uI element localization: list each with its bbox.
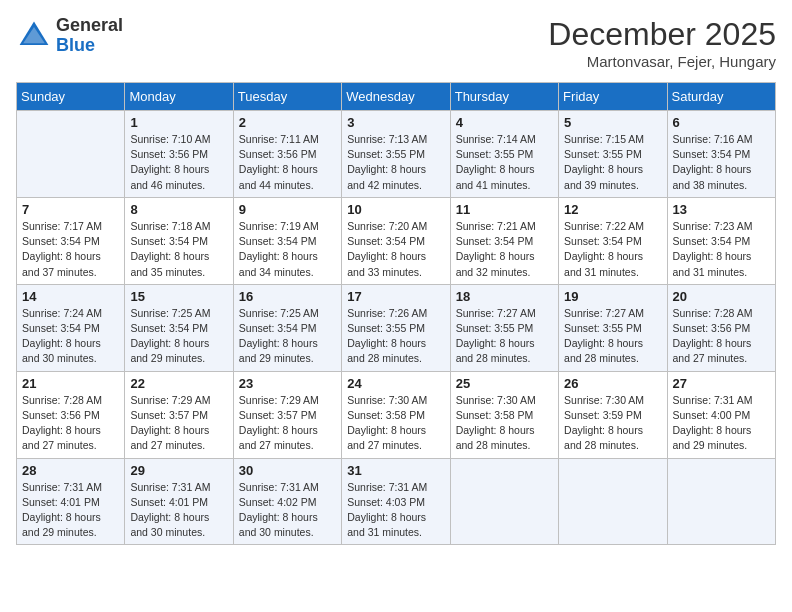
day-number: 27 <box>673 376 770 391</box>
day-detail: Sunrise: 7:31 AMSunset: 4:01 PMDaylight:… <box>22 480 119 541</box>
day-number: 18 <box>456 289 553 304</box>
calendar-cell: 15Sunrise: 7:25 AMSunset: 3:54 PMDayligh… <box>125 284 233 371</box>
day-detail: Sunrise: 7:30 AMSunset: 3:58 PMDaylight:… <box>456 393 553 454</box>
day-detail: Sunrise: 7:28 AMSunset: 3:56 PMDaylight:… <box>22 393 119 454</box>
week-row-1: 1Sunrise: 7:10 AMSunset: 3:56 PMDaylight… <box>17 111 776 198</box>
day-detail: Sunrise: 7:15 AMSunset: 3:55 PMDaylight:… <box>564 132 661 193</box>
day-detail: Sunrise: 7:27 AMSunset: 3:55 PMDaylight:… <box>456 306 553 367</box>
calendar-cell: 2Sunrise: 7:11 AMSunset: 3:56 PMDaylight… <box>233 111 341 198</box>
day-number: 8 <box>130 202 227 217</box>
calendar-cell: 30Sunrise: 7:31 AMSunset: 4:02 PMDayligh… <box>233 458 341 545</box>
day-number: 28 <box>22 463 119 478</box>
day-number: 17 <box>347 289 444 304</box>
calendar-cell: 20Sunrise: 7:28 AMSunset: 3:56 PMDayligh… <box>667 284 775 371</box>
day-number: 21 <box>22 376 119 391</box>
logo-text: General Blue <box>56 16 123 56</box>
calendar-cell: 10Sunrise: 7:20 AMSunset: 3:54 PMDayligh… <box>342 197 450 284</box>
calendar-cell: 8Sunrise: 7:18 AMSunset: 3:54 PMDaylight… <box>125 197 233 284</box>
day-detail: Sunrise: 7:28 AMSunset: 3:56 PMDaylight:… <box>673 306 770 367</box>
day-number: 5 <box>564 115 661 130</box>
month-title: December 2025 <box>548 16 776 53</box>
calendar-cell: 23Sunrise: 7:29 AMSunset: 3:57 PMDayligh… <box>233 371 341 458</box>
calendar-cell <box>559 458 667 545</box>
weekday-header-monday: Monday <box>125 83 233 111</box>
day-number: 7 <box>22 202 119 217</box>
day-detail: Sunrise: 7:31 AMSunset: 4:01 PMDaylight:… <box>130 480 227 541</box>
calendar-cell: 13Sunrise: 7:23 AMSunset: 3:54 PMDayligh… <box>667 197 775 284</box>
weekday-header-tuesday: Tuesday <box>233 83 341 111</box>
calendar-cell: 4Sunrise: 7:14 AMSunset: 3:55 PMDaylight… <box>450 111 558 198</box>
weekday-header-thursday: Thursday <box>450 83 558 111</box>
calendar-cell: 7Sunrise: 7:17 AMSunset: 3:54 PMDaylight… <box>17 197 125 284</box>
calendar-cell: 3Sunrise: 7:13 AMSunset: 3:55 PMDaylight… <box>342 111 450 198</box>
day-number: 16 <box>239 289 336 304</box>
calendar-cell: 6Sunrise: 7:16 AMSunset: 3:54 PMDaylight… <box>667 111 775 198</box>
calendar-cell <box>667 458 775 545</box>
week-row-5: 28Sunrise: 7:31 AMSunset: 4:01 PMDayligh… <box>17 458 776 545</box>
week-row-2: 7Sunrise: 7:17 AMSunset: 3:54 PMDaylight… <box>17 197 776 284</box>
day-number: 26 <box>564 376 661 391</box>
day-detail: Sunrise: 7:30 AMSunset: 3:59 PMDaylight:… <box>564 393 661 454</box>
day-number: 11 <box>456 202 553 217</box>
day-detail: Sunrise: 7:21 AMSunset: 3:54 PMDaylight:… <box>456 219 553 280</box>
day-detail: Sunrise: 7:23 AMSunset: 3:54 PMDaylight:… <box>673 219 770 280</box>
logo: General Blue <box>16 16 123 56</box>
calendar-cell: 22Sunrise: 7:29 AMSunset: 3:57 PMDayligh… <box>125 371 233 458</box>
day-detail: Sunrise: 7:24 AMSunset: 3:54 PMDaylight:… <box>22 306 119 367</box>
day-detail: Sunrise: 7:16 AMSunset: 3:54 PMDaylight:… <box>673 132 770 193</box>
day-number: 20 <box>673 289 770 304</box>
logo-icon <box>16 18 52 54</box>
weekday-header-wednesday: Wednesday <box>342 83 450 111</box>
location-title: Martonvasar, Fejer, Hungary <box>548 53 776 70</box>
title-area: December 2025 Martonvasar, Fejer, Hungar… <box>548 16 776 70</box>
calendar-table: SundayMondayTuesdayWednesdayThursdayFrid… <box>16 82 776 545</box>
calendar-cell: 25Sunrise: 7:30 AMSunset: 3:58 PMDayligh… <box>450 371 558 458</box>
calendar-cell: 5Sunrise: 7:15 AMSunset: 3:55 PMDaylight… <box>559 111 667 198</box>
day-detail: Sunrise: 7:30 AMSunset: 3:58 PMDaylight:… <box>347 393 444 454</box>
day-number: 24 <box>347 376 444 391</box>
calendar-cell <box>450 458 558 545</box>
calendar-cell: 1Sunrise: 7:10 AMSunset: 3:56 PMDaylight… <box>125 111 233 198</box>
calendar-cell: 29Sunrise: 7:31 AMSunset: 4:01 PMDayligh… <box>125 458 233 545</box>
day-number: 13 <box>673 202 770 217</box>
day-number: 15 <box>130 289 227 304</box>
day-detail: Sunrise: 7:29 AMSunset: 3:57 PMDaylight:… <box>130 393 227 454</box>
calendar-cell: 11Sunrise: 7:21 AMSunset: 3:54 PMDayligh… <box>450 197 558 284</box>
day-number: 30 <box>239 463 336 478</box>
weekday-header-saturday: Saturday <box>667 83 775 111</box>
calendar-cell: 28Sunrise: 7:31 AMSunset: 4:01 PMDayligh… <box>17 458 125 545</box>
day-detail: Sunrise: 7:31 AMSunset: 4:03 PMDaylight:… <box>347 480 444 541</box>
day-number: 19 <box>564 289 661 304</box>
day-detail: Sunrise: 7:20 AMSunset: 3:54 PMDaylight:… <box>347 219 444 280</box>
day-number: 31 <box>347 463 444 478</box>
day-number: 23 <box>239 376 336 391</box>
calendar-cell: 24Sunrise: 7:30 AMSunset: 3:58 PMDayligh… <box>342 371 450 458</box>
day-number: 10 <box>347 202 444 217</box>
calendar-cell: 14Sunrise: 7:24 AMSunset: 3:54 PMDayligh… <box>17 284 125 371</box>
day-detail: Sunrise: 7:26 AMSunset: 3:55 PMDaylight:… <box>347 306 444 367</box>
weekday-header-sunday: Sunday <box>17 83 125 111</box>
calendar-cell: 19Sunrise: 7:27 AMSunset: 3:55 PMDayligh… <box>559 284 667 371</box>
day-number: 2 <box>239 115 336 130</box>
day-detail: Sunrise: 7:27 AMSunset: 3:55 PMDaylight:… <box>564 306 661 367</box>
day-number: 1 <box>130 115 227 130</box>
day-number: 22 <box>130 376 227 391</box>
day-detail: Sunrise: 7:13 AMSunset: 3:55 PMDaylight:… <box>347 132 444 193</box>
week-row-4: 21Sunrise: 7:28 AMSunset: 3:56 PMDayligh… <box>17 371 776 458</box>
day-number: 12 <box>564 202 661 217</box>
calendar-cell: 12Sunrise: 7:22 AMSunset: 3:54 PMDayligh… <box>559 197 667 284</box>
calendar-cell: 18Sunrise: 7:27 AMSunset: 3:55 PMDayligh… <box>450 284 558 371</box>
weekday-header-friday: Friday <box>559 83 667 111</box>
day-detail: Sunrise: 7:31 AMSunset: 4:00 PMDaylight:… <box>673 393 770 454</box>
day-detail: Sunrise: 7:22 AMSunset: 3:54 PMDaylight:… <box>564 219 661 280</box>
weekday-header-row: SundayMondayTuesdayWednesdayThursdayFrid… <box>17 83 776 111</box>
week-row-3: 14Sunrise: 7:24 AMSunset: 3:54 PMDayligh… <box>17 284 776 371</box>
day-number: 6 <box>673 115 770 130</box>
day-detail: Sunrise: 7:18 AMSunset: 3:54 PMDaylight:… <box>130 219 227 280</box>
day-detail: Sunrise: 7:19 AMSunset: 3:54 PMDaylight:… <box>239 219 336 280</box>
day-number: 9 <box>239 202 336 217</box>
calendar-cell: 17Sunrise: 7:26 AMSunset: 3:55 PMDayligh… <box>342 284 450 371</box>
day-detail: Sunrise: 7:25 AMSunset: 3:54 PMDaylight:… <box>130 306 227 367</box>
day-detail: Sunrise: 7:29 AMSunset: 3:57 PMDaylight:… <box>239 393 336 454</box>
day-detail: Sunrise: 7:14 AMSunset: 3:55 PMDaylight:… <box>456 132 553 193</box>
